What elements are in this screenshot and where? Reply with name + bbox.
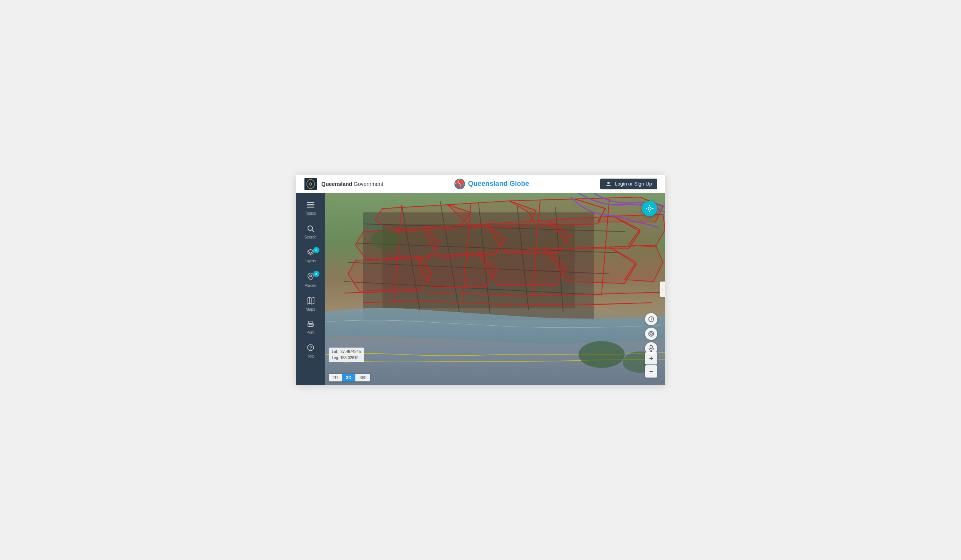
sidebar-help-label: Help <box>306 354 314 358</box>
user-icon <box>605 181 612 187</box>
sidebar-print-label: Print <box>306 330 314 335</box>
svg-rect-17 <box>308 323 313 326</box>
clock-control-button[interactable] <box>645 313 657 325</box>
svg-point-52 <box>579 341 625 368</box>
mic-icon <box>648 345 654 352</box>
clock-icon <box>648 316 654 322</box>
svg-text:Q: Q <box>309 182 312 186</box>
svg-rect-8 <box>307 207 314 208</box>
svg-point-12 <box>309 275 311 277</box>
app-wrapper: Q Queensland Government Queensland Globe <box>296 175 665 385</box>
globe-icon <box>454 179 465 189</box>
layers-badge: 6 <box>313 247 319 253</box>
login-label: Login or Sign Up <box>615 181 652 187</box>
svg-rect-7 <box>307 204 314 205</box>
header-logo: Q Queensland Government <box>304 177 383 191</box>
location-icon <box>648 331 654 337</box>
sidebar-places-label: Places <box>304 283 316 288</box>
zoom-in-icon: + <box>649 355 653 363</box>
sidebar-topics-label: Topics <box>305 211 316 215</box>
map-background <box>325 193 665 385</box>
svg-rect-6 <box>307 202 314 203</box>
header-title: Queensland Globe <box>454 179 529 189</box>
sidebar-layers-label: Layers <box>304 259 316 263</box>
maps-icon <box>307 297 314 306</box>
svg-text:?: ? <box>309 345 312 351</box>
sidebar-item-layers[interactable]: 6 Layers <box>296 244 325 268</box>
sidebar-item-places[interactable]: 8 Places <box>296 268 325 292</box>
sidebar-item-print[interactable]: Print <box>296 316 325 339</box>
app-title: Queensland Globe <box>468 180 529 188</box>
svg-point-51 <box>371 230 402 249</box>
sidebar-item-search[interactable]: Search <box>296 220 325 244</box>
svg-point-9 <box>308 226 313 230</box>
map-area[interactable]: ‹ <box>325 193 665 385</box>
svg-marker-11 <box>308 249 314 253</box>
coordinates-display: Lat: -27.4674845 Lng: 153.02619 <box>329 348 364 362</box>
zoom-in-button[interactable]: + <box>645 352 657 364</box>
gps-icon <box>645 204 654 213</box>
sidebar: Topics Search 6 <box>296 193 325 385</box>
view-3d-button[interactable]: 3D <box>342 374 356 381</box>
sidebar-item-topics[interactable]: Topics <box>296 197 325 220</box>
header: Q Queensland Government Queensland Globe <box>296 175 665 193</box>
zoom-controls: + − <box>645 352 657 378</box>
topics-icon <box>307 202 314 210</box>
sidebar-item-maps[interactable]: Maps <box>296 292 325 316</box>
zoom-out-button[interactable]: − <box>645 365 657 378</box>
svg-rect-16 <box>308 321 313 323</box>
svg-point-54 <box>648 207 651 210</box>
lng-coord: Lng: 153.02619 <box>332 355 361 361</box>
svg-line-10 <box>312 230 314 232</box>
lat-coord: Lat: -27.4674845 <box>332 349 361 355</box>
sidebar-search-label: Search <box>304 235 317 239</box>
view-2d-button[interactable]: 2D <box>329 374 342 381</box>
places-badge: 8 <box>313 271 319 277</box>
sidebar-item-help[interactable]: ? Help <box>296 339 325 363</box>
gps-fab-button[interactable] <box>642 201 657 216</box>
svg-point-60 <box>650 333 652 335</box>
main-content: Topics Search 6 <box>296 193 665 385</box>
map-controls <box>645 313 657 355</box>
search-icon <box>307 225 314 234</box>
svg-point-5 <box>607 182 610 184</box>
location-control-button[interactable] <box>645 328 657 340</box>
login-button[interactable]: Login or Sign Up <box>600 179 657 189</box>
collapse-icon: ‹ <box>662 287 663 292</box>
view-360-button[interactable]: 360 <box>356 374 370 381</box>
print-icon <box>307 321 314 329</box>
sidebar-maps-label: Maps <box>306 307 315 311</box>
collapse-panel-button[interactable]: ‹ <box>660 282 665 297</box>
svg-rect-66 <box>650 345 652 349</box>
zoom-out-icon: − <box>649 368 653 376</box>
header-logo-text: Queensland Government <box>321 181 383 187</box>
svg-rect-18 <box>309 325 312 326</box>
help-icon: ? <box>307 344 314 353</box>
qld-crest-icon: Q <box>304 177 318 191</box>
svg-marker-13 <box>307 297 314 304</box>
view-toggle: 2D 3D 360 <box>329 374 370 381</box>
